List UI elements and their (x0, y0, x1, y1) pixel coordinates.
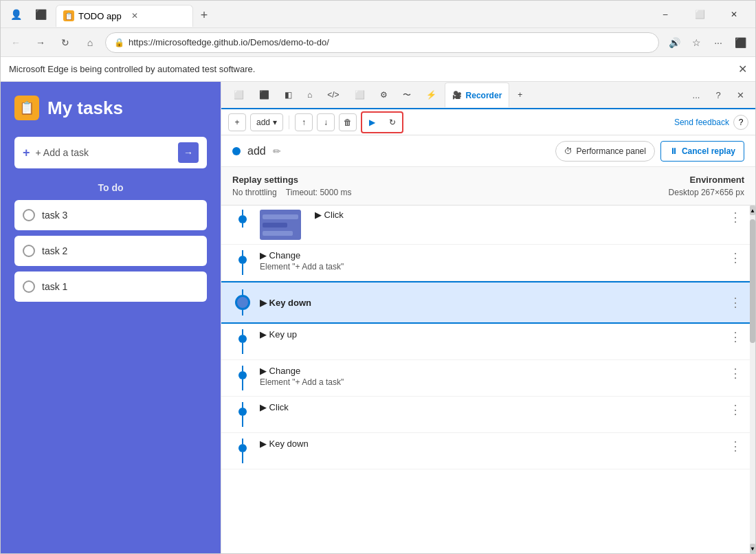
step-click2-action: ▶ Click (260, 402, 726, 412)
home-btn[interactable]: ⌂ (80, 33, 100, 52)
performance-panel-btn[interactable]: ⏱ Performance panel (555, 141, 655, 162)
cancel-replay-btn[interactable]: ⏸ Cancel replay (660, 141, 744, 162)
forward-btn[interactable]: → (31, 33, 50, 52)
add-step-btn[interactable]: + (228, 113, 246, 131)
scrollbar-thumb[interactable] (750, 219, 755, 343)
header-step-dot (232, 147, 241, 155)
step-click2-content: ▶ Click (253, 402, 726, 412)
url-bar[interactable]: 🔒 https://microsoftedge.github.io/Demos/… (105, 32, 659, 53)
environment-info: Environment Desktop 267×656 px (669, 175, 744, 197)
add-task-arrow-btn[interactable]: → (178, 142, 199, 163)
maximize-btn[interactable]: ⬜ (684, 3, 715, 25)
tab-recorder[interactable]: 🎥 Recorder (445, 82, 510, 107)
step-keydown1-menu[interactable]: ⋮ (726, 295, 744, 310)
tab-debug[interactable]: ⚙ (373, 82, 394, 107)
more-btn[interactable]: ··· (709, 33, 728, 52)
tab-sidebar-toggle[interactable]: ◧ (278, 82, 299, 107)
url-text: https://microsoftedge.github.io/Demos/de… (129, 37, 650, 47)
replay-settings-info: Replay settings No throttling Timeout: 5… (232, 175, 669, 197)
user-icon[interactable]: 👤 (6, 5, 25, 24)
tab-title: TODO app (78, 11, 122, 21)
step-row-change-1[interactable]: ▶ Change Element "+ Add a task" ⋮ (221, 245, 755, 281)
devtools-more-btn[interactable]: ... (687, 85, 706, 104)
throttling-label: No throttling (232, 188, 277, 197)
step-row-keydown-2[interactable]: ▶ Key down ⋮ (221, 433, 755, 469)
header-actions: ⏱ Performance panel ⏸ Cancel replay (555, 141, 744, 162)
step-keydown2-action: ▶ Key down (260, 439, 726, 449)
back-btn[interactable]: ← (6, 33, 25, 52)
steps-scrollbar[interactable]: ▲ ▼ (750, 206, 755, 553)
step-change2-menu[interactable]: ⋮ (726, 366, 744, 381)
tab-bar: 📋 TODO app ✕ + (56, 2, 644, 27)
refresh-btn[interactable]: ↻ (56, 33, 75, 52)
step-click2-menu[interactable]: ⋮ (726, 402, 744, 417)
step-row-keydown-1[interactable]: ▶ Key down ⋮ (221, 281, 755, 324)
play-btn[interactable]: ▶ (363, 113, 381, 131)
step-keydown2-menu[interactable]: ⋮ (726, 439, 744, 454)
step-change2-content: ▶ Change Element "+ Add a task" (253, 366, 726, 387)
task-item-3[interactable]: task 3 (14, 200, 207, 230)
favorites-btn[interactable]: ☆ (687, 33, 706, 52)
cancel-icon: ⏸ (669, 146, 678, 156)
add-task-bar[interactable]: + + Add a task → (14, 137, 207, 168)
step-keyup-menu[interactable]: ⋮ (726, 329, 744, 344)
active-tab[interactable]: 📋 TODO app ✕ (56, 5, 193, 27)
tab-home[interactable]: ⌂ (300, 82, 319, 107)
env-title: Environment (669, 175, 744, 185)
new-tab-btn[interactable]: + (193, 5, 215, 27)
step-row-keyup[interactable]: ▶ Key up ⋮ (221, 324, 755, 360)
devtools-help-btn[interactable]: ? (709, 85, 728, 104)
close-btn[interactable]: ✕ (718, 3, 750, 25)
tab-screen[interactable]: ⬜ (348, 82, 372, 107)
step-row-click[interactable]: ▶ Click ⋮ (221, 206, 755, 245)
recorder-toolbar: + add ▾ ↑ ↓ 🗑 ▶ ↻ Send feedback ? (221, 109, 755, 135)
task-item-1[interactable]: task 1 (14, 272, 207, 302)
timeout-label: Timeout: 5000 ms (286, 188, 352, 197)
todo-app-title: My tasks (47, 98, 123, 119)
task-checkbox-1[interactable] (23, 280, 35, 293)
add-task-placeholder: + Add a task (36, 147, 173, 158)
tab-close-btn[interactable]: ✕ (131, 11, 138, 21)
title-bar: 👤 ⬛ 📋 TODO app ✕ + – ⬜ ✕ (1, 1, 755, 28)
move-up-btn[interactable]: ↑ (295, 113, 313, 131)
sidebar-toggle[interactable]: ⬛ (31, 5, 50, 24)
step-dot-change2 (238, 371, 247, 379)
help-btn[interactable]: ? (733, 115, 748, 130)
edit-step-name-icon[interactable]: ✏ (273, 146, 281, 157)
tab-add-more[interactable]: + (511, 82, 529, 107)
delete-step-btn[interactable]: 🗑 (339, 113, 357, 131)
replay-settings-detail: No throttling Timeout: 5000 ms (232, 188, 669, 197)
task-checkbox-3[interactable] (23, 209, 35, 221)
toolbar-sep-1 (289, 115, 289, 129)
step-click-menu[interactable]: ⋮ (726, 210, 744, 225)
step-replay-btn[interactable]: ↻ (383, 113, 401, 131)
devtools-panel: ⬜ ⬛ ◧ ⌂ </> ⬜ ⚙ 〜 ⚡ 🎥 Recorder + ... ? ✕ (221, 82, 755, 553)
read-aloud-btn[interactable]: 🔊 (665, 33, 684, 52)
tab-html[interactable]: </> (320, 82, 346, 107)
send-feedback-link[interactable]: Send feedback (674, 118, 729, 127)
tab-network[interactable]: 〜 (396, 82, 418, 107)
add-icon: + (23, 146, 30, 160)
move-down-btn[interactable]: ↓ (317, 113, 335, 131)
step-row-change-2[interactable]: ▶ Change Element "+ Add a task" ⋮ (221, 360, 755, 397)
info-bar-close-btn[interactable]: ✕ (738, 63, 747, 76)
step-change1-detail: Element "+ Add a task" (260, 262, 726, 272)
tab-accessibility[interactable]: ⚡ (419, 82, 443, 107)
recorder-icon: 🎥 (452, 91, 462, 100)
minimize-btn[interactable]: – (649, 3, 681, 25)
task-item-2[interactable]: task 2 (14, 236, 207, 266)
tab-elements[interactable]: ⬜ (227, 82, 251, 107)
task-checkbox-2[interactable] (23, 245, 35, 257)
tab-console[interactable]: ⬛ (252, 82, 276, 107)
profile-btn[interactable]: ⬛ (731, 33, 750, 52)
step-click-action: ▶ Click (315, 210, 726, 220)
add-step-dropdown[interactable]: add ▾ (250, 113, 283, 131)
step-change1-menu[interactable]: ⋮ (726, 250, 744, 265)
browser-window: 👤 ⬛ 📋 TODO app ✕ + – ⬜ ✕ ← → ↻ ⌂ 🔒 https… (0, 0, 756, 554)
replay-settings-bar: Replay settings No throttling Timeout: 5… (221, 167, 755, 206)
devtools-tab-bar: ⬜ ⬛ ◧ ⌂ </> ⬜ ⚙ 〜 ⚡ 🎥 Recorder + ... ? ✕ (221, 82, 755, 109)
main-content: 📋 My tasks + + Add a task → To do task 3… (1, 82, 755, 553)
devtools-close-btn[interactable]: ✕ (731, 85, 750, 104)
step-keyup-content: ▶ Key up (253, 329, 726, 340)
step-row-click-2[interactable]: ▶ Click ⋮ (221, 397, 755, 433)
